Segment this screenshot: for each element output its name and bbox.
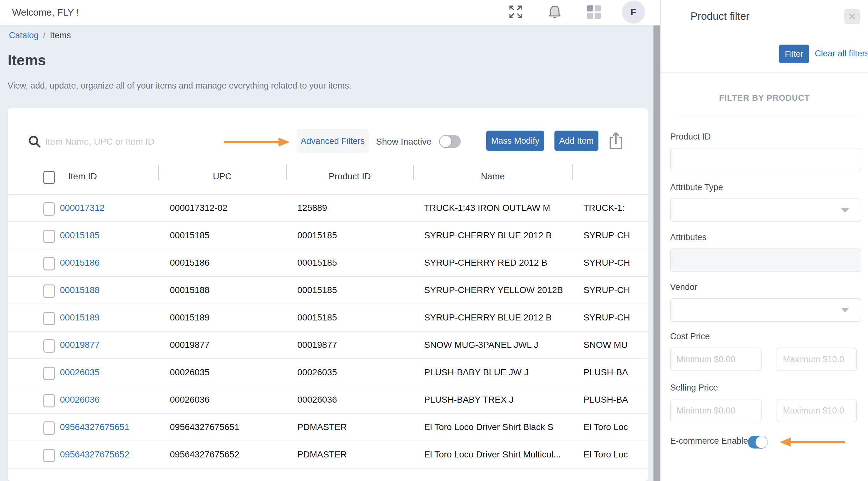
upc-cell: 09564327675652 [170, 441, 239, 468]
column-header-name[interactable]: Name [413, 171, 572, 182]
name-cell: El Toro Loco Driver Shirt Black S [424, 414, 554, 441]
upc-cell: 09564327675651 [170, 414, 239, 441]
breadcrumb-separator: / [38, 31, 50, 40]
breadcrumb: Catalog/Items [9, 31, 71, 40]
product-id-cell: PDMASTER [297, 414, 347, 441]
table-row: 09564327675651 09564327675651 PDMASTER E… [8, 414, 648, 441]
table-row: 09564327675652 09564327675652 PDMASTER E… [8, 441, 648, 469]
show-inactive-toggle[interactable] [439, 135, 461, 148]
attributes-label: Attributes [670, 232, 707, 243]
item-id-link[interactable]: 00019877 [60, 331, 100, 358]
table-row: 00015185 00015185 00015185 SYRUP-CHERRY … [8, 222, 648, 249]
item-id-link[interactable]: 00026036 [60, 386, 100, 413]
row-checkbox[interactable] [43, 312, 55, 325]
item-id-link[interactable]: 00015188 [60, 277, 100, 303]
name-cell: PLUSH-BABY BLUE JW J [424, 359, 529, 386]
overflow-cell: SYRUP-CH [584, 304, 648, 331]
row-checkbox[interactable] [43, 366, 55, 380]
selling-price-max-input[interactable] [777, 399, 857, 422]
annotation-arrow-right [222, 136, 290, 150]
product-id-cell: 00026035 [297, 359, 337, 386]
product-filter-panel: Product filter ✕ Filter Clear all filter… [660, 0, 868, 481]
breadcrumb-catalog-link[interactable]: Catalog [9, 31, 38, 40]
column-header-product-id[interactable]: Product ID [286, 171, 413, 182]
overflow-cell: El Toro Loc [584, 414, 648, 441]
row-checkbox[interactable] [43, 285, 55, 298]
panel-title: Product filter [690, 10, 749, 22]
product-id-cell: 125889 [297, 195, 327, 221]
overflow-cell: El Toro Loc [584, 441, 648, 468]
filter-button[interactable]: Filter [779, 44, 809, 63]
item-id-link[interactable]: 09564327675651 [60, 414, 129, 441]
close-icon[interactable]: ✕ [844, 9, 860, 24]
item-id-link[interactable]: 09564327675652 [60, 441, 129, 468]
upc-cell: 00019877 [170, 331, 210, 358]
column-divider [158, 165, 159, 180]
name-cell: SNOW MUG-3PANEL JWL J [424, 331, 538, 358]
overflow-cell: SYRUP-CH [584, 222, 648, 249]
add-item-button[interactable]: Add Item [554, 131, 598, 151]
items-card: Advanced Filters Show Inactive Mass Modi… [8, 108, 648, 481]
item-id-link[interactable]: 00015189 [60, 304, 100, 331]
row-checkbox[interactable] [43, 394, 55, 408]
upc-cell: 000017312-02 [170, 195, 227, 221]
name-cell: SYRUP-CHERRY BLUE 2012 B [424, 222, 552, 249]
column-divider [413, 165, 414, 180]
attribute-type-select[interactable] [670, 198, 861, 222]
attributes-input[interactable] [670, 249, 861, 272]
ecommerce-enabled-toggle[interactable] [748, 436, 768, 449]
cost-price-max-input[interactable] [777, 348, 857, 371]
upc-cell: 00026035 [170, 359, 210, 386]
top-header-bar: Welcome, FLY ! F [0, 0, 660, 25]
overflow-cell: TRUCK-1: [584, 195, 648, 221]
row-checkbox[interactable] [43, 449, 55, 462]
product-id-cell: 00015185 [297, 277, 337, 303]
cost-price-label: Cost Price [670, 331, 710, 342]
panel-divider [660, 72, 868, 73]
upc-cell: 00015189 [170, 304, 210, 331]
content-scrollbar[interactable] [653, 26, 660, 481]
item-id-link[interactable]: 00015186 [60, 249, 100, 276]
notifications-bell-icon[interactable] [548, 4, 563, 20]
column-divider [286, 165, 287, 180]
toggle-knob [440, 136, 451, 147]
table-row: 00015189 00015189 00015185 SYRUP-CHERRY … [8, 304, 648, 331]
chevron-down-icon [841, 208, 849, 213]
breadcrumb-current: Items [50, 31, 71, 40]
row-checkbox[interactable] [43, 202, 55, 216]
name-cell: PLUSH-BABY TREX J [424, 386, 514, 413]
user-avatar[interactable]: F [622, 1, 645, 24]
filter-section-heading: FILTER BY PRODUCT [660, 93, 868, 103]
item-id-link[interactable]: 000017312 [60, 195, 104, 221]
export-icon[interactable] [607, 131, 625, 152]
selling-price-label: Selling Price [670, 383, 718, 393]
fullscreen-icon[interactable] [508, 4, 524, 20]
row-checkbox[interactable] [43, 257, 55, 270]
column-header-item-id[interactable]: Item ID [68, 171, 97, 182]
clear-all-filters-link[interactable]: Clear all filters [815, 49, 868, 59]
column-header-upc[interactable]: UPC [158, 171, 286, 182]
item-id-link[interactable]: 00026035 [60, 359, 100, 386]
search-input[interactable] [44, 132, 199, 151]
select-all-checkbox[interactable] [43, 171, 55, 184]
overflow-cell: PLUSH-BA [584, 386, 648, 413]
advanced-filters-button[interactable]: Advanced Filters [297, 129, 369, 153]
upc-cell: 00015188 [170, 277, 210, 303]
cost-price-min-input[interactable] [670, 348, 762, 371]
name-cell: TRUCK-1:43 IRON OUTLAW M [424, 195, 550, 221]
vendor-select[interactable] [670, 298, 861, 322]
show-inactive-label: Show Inactive [376, 135, 431, 148]
selling-price-min-input[interactable] [670, 399, 762, 422]
row-checkbox[interactable] [43, 230, 55, 243]
table-row: 00026035 00026035 00026035 PLUSH-BABY BL… [8, 359, 648, 386]
row-checkbox[interactable] [43, 339, 55, 353]
welcome-text: Welcome, FLY ! [12, 0, 79, 25]
page-subtitle: View, add, update, organize all of your … [8, 81, 351, 91]
product-id-input[interactable] [670, 148, 861, 171]
item-id-link[interactable]: 00015185 [60, 222, 100, 249]
mass-modify-button[interactable]: Mass Modify [486, 131, 544, 151]
table-row: 00015186 00015186 00015185 SYRUP-CHERRY … [8, 249, 648, 277]
toggle-knob [755, 436, 768, 448]
row-checkbox[interactable] [43, 421, 55, 435]
apps-grid-icon[interactable] [587, 5, 602, 21]
